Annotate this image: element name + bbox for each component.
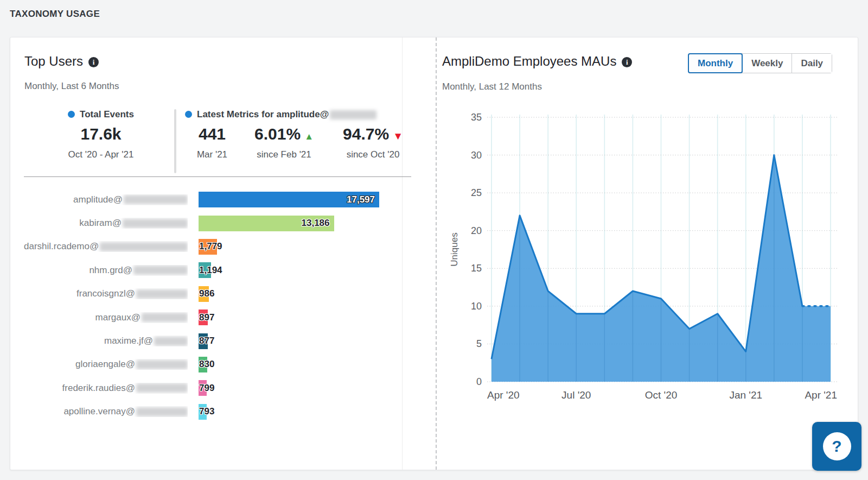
bar-value-label: 1,779: [199, 241, 222, 252]
metric-value: 441: [185, 125, 239, 143]
y-axis-tick-label: 15: [471, 263, 482, 274]
bar-track: 793: [199, 404, 411, 420]
user-label: frederik.raudies@: [24, 383, 188, 394]
user-label: amplitude@: [24, 194, 188, 205]
user-label-text: margaux@: [95, 312, 141, 323]
user-label: maxime.jf@: [24, 336, 188, 346]
taxonomy-usage-card: Top Usersi Monthly, Last 6 Months Total …: [10, 37, 858, 470]
bar-value-label: 17,597: [347, 194, 375, 205]
bar-track: 17,597: [199, 192, 411, 207]
trend-up-icon: ▲: [304, 131, 314, 142]
trend-down-icon: ▼: [393, 130, 403, 142]
redacted-text: [154, 337, 188, 346]
bar-row: francoisgnzl@986: [24, 282, 411, 306]
bar-value-label: 986: [199, 288, 214, 299]
x-axis-tick-label: Jan '21: [729, 389, 762, 401]
bar-value-label: 1,194: [199, 265, 222, 276]
bar-row: margaux@897: [24, 306, 411, 329]
bar-row: nhm.grd@1,194: [24, 258, 411, 282]
x-axis-tick-label: Apr '20: [487, 389, 520, 401]
bar-value-label: 897: [199, 312, 214, 323]
y-axis-tick-label: 10: [471, 301, 482, 312]
bar-row: amplitude@17,597: [24, 188, 411, 211]
top-users-title-text: Top Users: [24, 54, 83, 68]
info-icon[interactable]: i: [88, 57, 99, 67]
metric-period: since Oct '20: [329, 149, 417, 160]
user-label-text: apolline.vernay@: [63, 406, 135, 417]
info-icon[interactable]: i: [622, 57, 632, 67]
maus-area-chart[interactable]: 05101520253035UniquesApr '20Jul '20Oct '…: [441, 106, 851, 416]
latest-metric-columns: 441Mar '216.01%▲since Feb '2194.7%▼since…: [185, 125, 417, 160]
bar-row: maxime.jf@877: [24, 329, 411, 352]
granularity-daily-button[interactable]: Daily: [792, 54, 832, 73]
bar-row: frederik.raudies@799: [24, 376, 411, 400]
bar-track: 830: [199, 357, 411, 372]
total-events-label-row: Total Events: [39, 109, 163, 120]
metric-value: 94.7%▼: [329, 125, 417, 143]
bar-value-label: 793: [199, 406, 214, 417]
redacted-text: [330, 110, 376, 119]
granularity-weekly-button[interactable]: Weekly: [742, 54, 792, 73]
bar-track: 1,779: [199, 239, 411, 255]
total-events-value: 17.6k: [39, 125, 163, 143]
bar-value-label: 13,186: [302, 218, 330, 229]
user-label: nhm.grd@: [24, 265, 188, 276]
y-axis-tick-label: 5: [476, 338, 482, 349]
series-dot-icon: [185, 111, 192, 118]
top-users-subtitle: Monthly, Last 6 Months: [24, 81, 119, 92]
latest-metric-col: 441Mar '21: [185, 125, 239, 160]
latest-metrics-label: Latest Metrics for amplitude@: [197, 109, 329, 119]
maus-title-text: AmpliDemo Employees MAUs: [442, 54, 616, 68]
total-events-label: Total Events: [80, 109, 134, 119]
bar-row: gloriaengale@830: [24, 353, 411, 376]
bar-track: 13,186: [199, 216, 411, 231]
bar-track: 1,194: [199, 262, 411, 278]
y-axis-title: Uniques: [449, 232, 459, 266]
latest-metric-col: 6.01%▲since Feb '21: [239, 125, 329, 160]
bar-value-label: 877: [199, 336, 214, 346]
redacted-text: [136, 289, 188, 299]
top-users-title: Top Usersi: [24, 54, 99, 69]
maus-chart-svg[interactable]: 05101520253035UniquesApr '20Jul '20Oct '…: [441, 106, 851, 416]
help-button[interactable]: ?: [812, 422, 861, 471]
redacted-text: [142, 313, 188, 322]
bar-row: darshil.rcademo@1,779: [24, 235, 411, 258]
total-events-metric: Total Events 17.6k Oct '20 - Apr '21: [39, 109, 163, 160]
x-axis-tick-label: Oct '20: [645, 389, 678, 401]
y-axis-tick-label: 20: [471, 225, 482, 236]
user-label-text: gloriaengale@: [75, 359, 135, 370]
user-label-text: francoisgnzl@: [76, 288, 135, 299]
redacted-text: [136, 383, 188, 393]
metric-period: Mar '21: [185, 149, 239, 160]
y-axis-tick-label: 25: [471, 187, 482, 198]
user-label: gloriaengale@: [24, 359, 188, 370]
x-axis-tick-label: Apr '21: [805, 389, 837, 401]
top-users-bar-chart[interactable]: amplitude@17,597kabiram@13,186darshil.rc…: [24, 188, 411, 424]
user-label-text: nhm.grd@: [89, 265, 132, 276]
redacted-text: [136, 407, 188, 416]
bar-row: kabiram@13,186: [24, 211, 411, 235]
metric-period: since Feb '21: [239, 149, 329, 160]
y-axis-tick-label: 30: [471, 150, 482, 161]
total-events-period: Oct '20 - Apr '21: [39, 149, 163, 160]
metric-value: 6.01%▲: [239, 125, 329, 143]
user-label: kabiram@: [24, 218, 188, 229]
user-label: margaux@: [24, 312, 188, 323]
redacted-text: [133, 266, 188, 275]
user-label-text: darshil.rcademo@: [24, 241, 99, 252]
bar-value-label: 799: [199, 383, 214, 394]
latest-metric-col: 94.7%▼since Oct '20: [329, 125, 417, 160]
granularity-button-group: MonthlyWeeklyDaily: [688, 53, 832, 73]
bar-track: 799: [199, 380, 411, 396]
bar-track: 986: [199, 286, 411, 302]
question-mark-icon: ?: [823, 432, 851, 460]
redacted-text: [136, 360, 188, 369]
user-label-text: kabiram@: [79, 218, 122, 229]
user-label: francoisgnzl@: [24, 288, 188, 299]
user-label-text: maxime.jf@: [104, 336, 153, 346]
redacted-text: [124, 195, 188, 204]
panel-divider: [436, 37, 437, 470]
redacted-text: [123, 219, 188, 228]
y-axis-tick-label: 35: [471, 112, 482, 123]
granularity-monthly-button[interactable]: Monthly: [688, 53, 743, 73]
